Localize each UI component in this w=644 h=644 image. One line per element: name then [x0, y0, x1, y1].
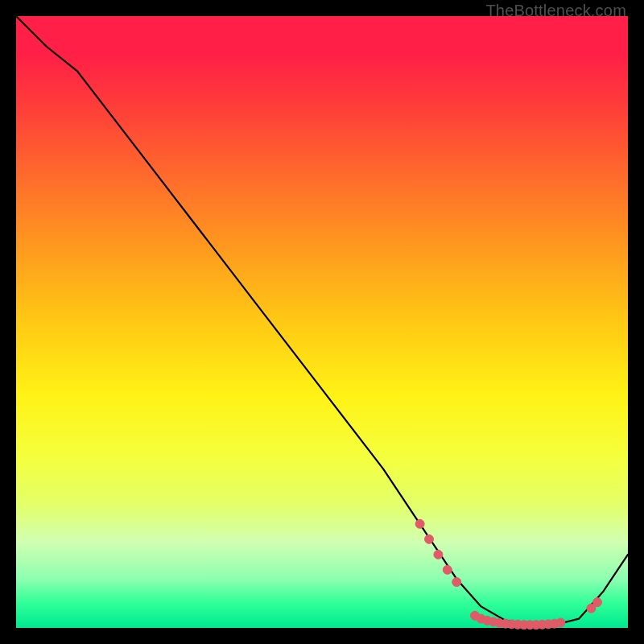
data-marker — [452, 578, 461, 587]
chart-svg — [16, 16, 628, 628]
data-marker — [443, 565, 452, 574]
bottleneck-curve — [16, 16, 628, 625]
data-marker — [425, 535, 434, 543]
plot-area — [16, 16, 628, 628]
data-marker — [415, 519, 424, 528]
data-marker — [556, 618, 565, 627]
data-marker — [434, 550, 443, 559]
data-markers — [415, 519, 601, 629]
data-marker — [593, 598, 602, 607]
chart-frame: TheBottleneck.com — [0, 0, 644, 644]
